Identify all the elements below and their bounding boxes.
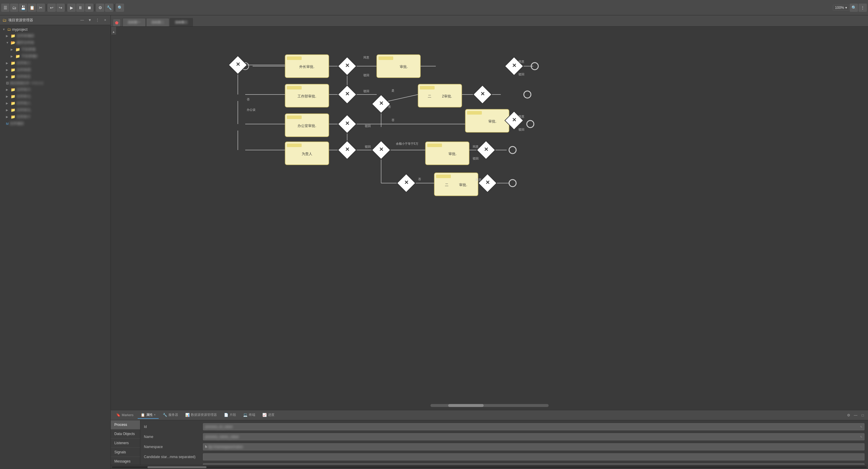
cut-icon[interactable]: ✂	[37, 4, 45, 12]
prop-row-candidate1: Candidate star...mma separated)	[144, 453, 864, 461]
bottom-panel-maximize[interactable]: □	[860, 412, 866, 418]
scrollbar-thumb[interactable]	[448, 404, 484, 407]
undo-icon[interactable]: ↩	[48, 4, 56, 12]
root-icon: 🗂	[7, 27, 11, 32]
svg-rect-55	[287, 116, 302, 119]
terminal-icon: 💻	[243, 413, 248, 417]
menu-icon[interactable]: ☰	[1, 4, 9, 12]
sidebar-item-messages[interactable]: Messages	[111, 457, 140, 465]
copy-icon[interactable]: 📋	[28, 4, 36, 12]
zoom-dropdown-icon[interactable]: ▾	[845, 6, 847, 10]
data-objects-label: Data Objects	[114, 432, 135, 436]
tab-progress[interactable]: 📈 进度	[259, 411, 277, 419]
more-icon[interactable]: ⋮	[859, 4, 867, 12]
properties-icon: 📋	[141, 413, 145, 417]
list-item[interactable]: 🖼 静态资源文件 详细信息	[0, 80, 111, 86]
id-label: Id	[144, 425, 203, 429]
canvas-area[interactable]: 外长审批. 审批. 工作部审批. 二 2审批.	[111, 27, 868, 410]
main-layout: 🗂 项目资源管理器 — ▼ ⋮ × ▼ 🗂 myproject ▶ 📁 文件夹项…	[0, 15, 868, 469]
svg-rect-49	[287, 86, 302, 90]
stop-icon[interactable]: ⏹	[85, 4, 93, 12]
canvas-horizontal-scrollbar[interactable]	[430, 404, 549, 407]
svg-text:✕: ✕	[486, 180, 490, 185]
list-item[interactable]: ▶ 📁 子目录项2	[0, 53, 111, 60]
svg-rect-67	[436, 175, 451, 178]
name-edit-icon[interactable]: ✎	[860, 435, 862, 439]
svg-text:外长审批.: 外长审批.	[299, 65, 314, 69]
tree-root[interactable]: ▼ 🗂 myproject	[0, 26, 111, 32]
svg-rect-64	[427, 144, 442, 147]
settings-icon[interactable]: ⚙	[96, 4, 104, 12]
save-icon[interactable]: 💾	[19, 4, 27, 12]
item-label: 文件夹五	[17, 74, 31, 79]
bottom-panel-minimize[interactable]: —	[852, 412, 859, 418]
svg-text:✕: ✕	[379, 100, 383, 106]
zoom-in-icon[interactable]: 🔍	[116, 4, 124, 12]
config-icon[interactable]: 🔧	[105, 4, 113, 12]
name-input[interactable]: process_name_value ✎	[203, 433, 864, 440]
svg-text:同意: 同意	[519, 115, 524, 118]
id-input[interactable]: process_id_value ✎	[203, 423, 864, 430]
svg-text:否: 否	[418, 178, 421, 181]
sidebar-item-data-objects[interactable]: Data Objects	[111, 430, 140, 439]
list-item[interactable]: ▶ 📁 文件夹六	[0, 86, 111, 93]
diagram-tab-3[interactable]: 流程图三	[170, 18, 193, 26]
diagram-tab-2[interactable]: 流程图二	[146, 18, 169, 26]
list-item[interactable]: ▼ 📂 展开文件夹	[0, 39, 111, 46]
arrow-icon: ▶	[6, 34, 9, 37]
minimize-btn[interactable]: —	[79, 17, 85, 23]
filter-btn[interactable]: ▼	[87, 17, 93, 23]
tab-fragment[interactable]: 📄 片段	[221, 411, 239, 419]
search-icon[interactable]: 🔍	[850, 4, 858, 12]
svg-text:驳回: 驳回	[519, 128, 524, 131]
item-label: 文件夹六	[17, 87, 31, 92]
diagram-tab-1[interactable]: 流程图一	[123, 18, 146, 26]
listeners-label: Listeners	[114, 441, 129, 445]
list-item[interactable]: ▶ 📁 文件夹十	[0, 114, 111, 120]
tab-properties-label: 属性	[146, 413, 153, 417]
tab-terminal[interactable]: 💻 终端	[240, 411, 258, 419]
run-icon[interactable]: ▶	[67, 4, 75, 12]
tab-label: 流程图二	[151, 20, 164, 24]
tab-server[interactable]: 🔧 服务器	[160, 411, 181, 419]
candidate1-input[interactable]	[203, 454, 864, 461]
pause-icon[interactable]: ⏸	[76, 4, 85, 12]
list-item[interactable]: M 文件项目	[0, 120, 111, 127]
list-item[interactable]: ▶ 📁 文件夹项目	[0, 32, 111, 39]
zoom-control[interactable]: 100% ▾	[833, 5, 849, 11]
arrow-icon: ▼	[2, 28, 6, 31]
svg-text:✕: ✕	[484, 147, 488, 152]
redo-icon[interactable]: ↪	[56, 4, 65, 12]
tab-server-label: 服务器	[168, 413, 178, 417]
list-item[interactable]: ▶ 📁 文件夹八	[0, 100, 111, 106]
list-item[interactable]: ▶ 📁 文件夹五	[0, 73, 111, 80]
sidebar-item-listeners[interactable]: Listeners	[111, 439, 140, 448]
tab-close-icon[interactable]: ×	[154, 413, 156, 416]
sidebar-item-process[interactable]: Process	[111, 420, 140, 430]
tab-datasource[interactable]: 📊 数据源资源管理器	[182, 411, 220, 419]
list-item[interactable]: ▶ 📁 文件夹七	[0, 93, 111, 100]
namespace-input[interactable]: h ttp://namespace/value	[203, 443, 864, 450]
tab-markers-label: Markers	[122, 413, 133, 417]
svg-text:✕: ✕	[345, 63, 349, 68]
tab-properties[interactable]: 📋 属性 ×	[138, 411, 159, 419]
tab-progress-label: 进度	[268, 413, 275, 417]
bottom-scrollbar[interactable]	[111, 465, 868, 469]
bottom-panel-settings[interactable]: ⚙	[845, 412, 851, 418]
new-icon[interactable]: 🗂	[10, 4, 18, 12]
scrollbar-thumb[interactable]	[148, 466, 207, 468]
folder-icon: 📁	[11, 34, 16, 38]
list-item[interactable]: ▶ 📁 子目录项	[0, 46, 111, 53]
list-item[interactable]: ▶ 📁 文件夹九	[0, 106, 111, 114]
list-item[interactable]: ▶ 📁 文件夹三	[0, 60, 111, 66]
tab-label: 流程图三	[175, 20, 188, 24]
tab-markers[interactable]: 🔖 Markers	[113, 412, 136, 419]
list-item[interactable]: ▶ 📁 文件夹四	[0, 66, 111, 73]
close-panel-btn[interactable]: ×	[102, 17, 108, 23]
arrow-icon: ▶	[6, 102, 9, 105]
more-btn[interactable]: ⋮	[95, 17, 100, 23]
id-edit-icon[interactable]: ✎	[860, 425, 862, 429]
arrow-icon: ▶	[11, 48, 14, 51]
sidebar-item-signals[interactable]: Signals	[111, 448, 140, 457]
arrow-icon: ▶	[6, 61, 9, 65]
